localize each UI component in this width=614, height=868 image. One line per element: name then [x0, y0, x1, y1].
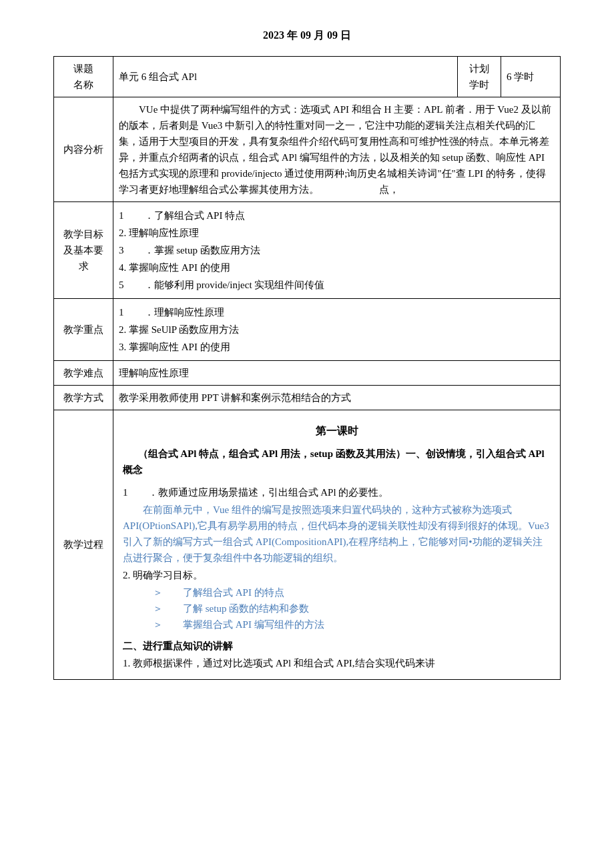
- section-heading-2: 二、进行重点知识的讲解: [123, 638, 551, 654]
- process-item-1: 1 ．教师通过应用场景描述，引出组合式 APl 的必要性。: [123, 484, 551, 500]
- lesson-title: 第一课时: [123, 422, 551, 440]
- plan-hours-value: 6 学时: [501, 56, 561, 97]
- goal-item-5: 5 ．能够利用 provide/inject 实现组件间传值: [119, 277, 555, 293]
- difficulty-value: 理解响应性原理: [113, 360, 561, 385]
- goals-label: 教学目标及基本要求: [54, 201, 113, 298]
- chevron-right-icon: ＞: [153, 619, 183, 630]
- focus-value: 1 ．理解响应性原理 2. 掌握 SeUlP 函数应用方法 3. 掌握响应性 A…: [113, 298, 561, 360]
- goal-item-3: 3 ．掌握 setup 函数应用方法: [119, 242, 555, 258]
- content-analysis-value: VUe 中提供了两种编写组件的方式：选项式 API 和组合 H 主要：APL 前…: [113, 97, 561, 201]
- process-label: 教学过程: [54, 410, 113, 680]
- process-content: 第一课时 （组合式 APl 特点，组合式 APl 用法，setup 函数及其用法…: [113, 410, 561, 680]
- goal-item-4: 4. 掌握响应性 API 的使用: [119, 260, 555, 276]
- method-value: 教学采用教师使用 PPT 讲解和案例示范相结合的方式: [113, 385, 561, 410]
- bullet-1-text: 了解组合式 API 的特点: [183, 587, 284, 598]
- bullet-3: ＞ 掌握组合式 API 编写组件的方法: [123, 616, 551, 632]
- focus-item-3: 3. 掌握响应性 API 的使用: [119, 339, 555, 355]
- focus-label: 教学重点: [54, 298, 113, 360]
- content-analysis-label: 内容分析: [54, 97, 113, 201]
- document-date: 2023 年 09 月 09 日: [53, 27, 561, 44]
- process-item-3: 1. 教师根据课件，通过对比选项式 APl 和组合式 API,结合实现代码来讲: [123, 655, 551, 671]
- bullet-2: ＞ 了解 setup 函数的结构和参数: [123, 600, 551, 616]
- lesson-subtitle: （组合式 APl 特点，组合式 APl 用法，setup 函数及其用法）一、创设…: [123, 446, 551, 478]
- topic-value: 单元 6 组合式 APl: [113, 56, 458, 97]
- focus-item-1: 1 ．理解响应性原理: [119, 304, 555, 320]
- goal-item-1: 1 ．了解组合式 API 特点: [119, 207, 555, 224]
- bullet-3-text: 掌握组合式 API 编写组件的方法: [183, 619, 324, 630]
- topic-label: 课题 名称: [54, 56, 113, 97]
- bullet-1: ＞ 了解组合式 API 的特点: [123, 584, 551, 600]
- process-blue-paragraph: 在前面单元中，Vue 组件的编写是按照选项来归置代码块的，这种方式被称为选项式 …: [123, 502, 551, 566]
- lesson-plan-table: 课题 名称 单元 6 组合式 APl 计划 学时 6 学时 内容分析 VUe 中…: [53, 56, 561, 681]
- bullet-2-text: 了解 setup 函数的结构和参数: [183, 603, 309, 614]
- chevron-right-icon: ＞: [153, 603, 183, 614]
- goals-value: 1 ．了解组合式 API 特点 2. 理解响应性原理 3 ．掌握 setup 函…: [113, 201, 561, 298]
- difficulty-label: 教学难点: [54, 360, 113, 385]
- focus-item-2: 2. 掌握 SeUlP 函数应用方法: [119, 322, 555, 338]
- goal-item-2: 2. 理解响应性原理: [119, 225, 555, 241]
- process-item-2: 2. 明确学习目标。: [123, 567, 551, 583]
- chevron-right-icon: ＞: [153, 587, 183, 598]
- method-label: 教学方式: [54, 385, 113, 410]
- plan-hours-label: 计划 学时: [458, 56, 501, 97]
